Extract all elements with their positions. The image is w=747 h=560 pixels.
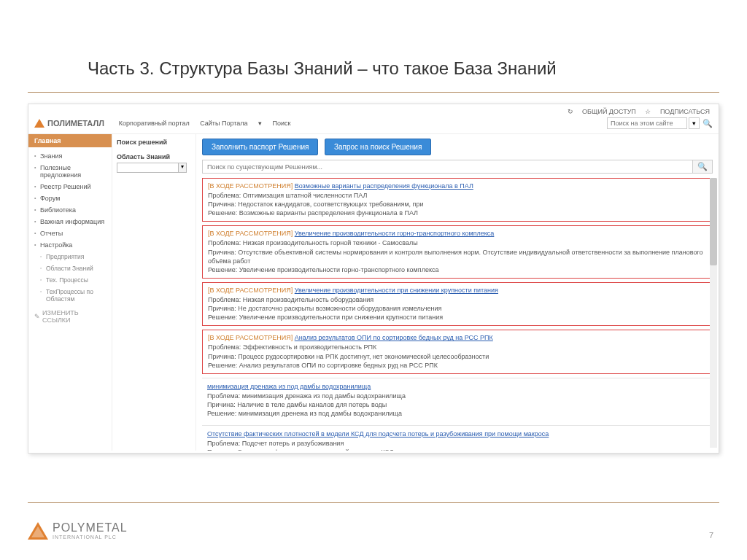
nav-corporate[interactable]: Корпоративный портал <box>119 120 190 127</box>
solution-card: Отсутствие фактических плотностей в моде… <box>202 425 713 451</box>
footer-logo: POLYMETAL INTERNATIONAL PLC <box>28 521 128 540</box>
sidebar-sub-techproc-areas[interactable]: ТехПроцессы по Областям <box>34 286 112 305</box>
filter-header: Поиск решений <box>117 139 191 149</box>
card-title-link[interactable]: Увеличение производительности при снижен… <box>295 287 498 294</box>
logo-text: ПОЛИМЕТАЛЛ <box>47 119 104 128</box>
solution-card: [В ХОДЕ РАССМОТРЕНИЯ] Анализ результатов… <box>202 330 713 373</box>
nav-sites[interactable]: Сайты Портала ▾ <box>200 120 262 127</box>
sidebar-item-reports[interactable]: Отчеты <box>34 228 112 239</box>
filter-panel: Поиск решений Область Знаний ▾ <box>112 134 196 451</box>
top-links: ↻ ОБЩИЙ ДОСТУП ☆ ПОДПИСАТЬСЯ <box>560 108 710 115</box>
action-buttons: Заполнить паспорт Решения Запрос на поис… <box>202 139 713 155</box>
solutions-search-input[interactable] <box>202 160 693 174</box>
refresh-icon[interactable]: ↻ <box>568 108 573 115</box>
sidebar: Главная Знания Полезные предложения Реес… <box>28 134 112 451</box>
sidebar-item-library[interactable]: Библиотека <box>34 204 112 216</box>
app-screenshot: ↻ ОБЩИЙ ДОСТУП ☆ ПОДПИСАТЬСЯ ПОЛИМЕТАЛЛ … <box>28 104 719 454</box>
sidebar-item-home[interactable]: Главная <box>28 134 112 147</box>
edit-links-button[interactable]: ✎ ИЗМЕНИТЬ ССЫЛКИ <box>28 305 112 328</box>
filter-area-dropdown[interactable]: ▾ <box>179 163 187 173</box>
solution-card: минимизация дренажа из под дамбы водохра… <box>202 378 713 421</box>
header-search: ▾ 🔍 <box>607 117 713 129</box>
solution-card: [В ХОДЕ РАССМОТРЕНИЯ] Увеличение произво… <box>202 225 713 279</box>
solution-card: [В ХОДЕ РАССМОТРЕНИЯ] Увеличение произво… <box>202 282 713 326</box>
filter-area-label: Область Знаний <box>117 149 191 163</box>
card-title-link[interactable]: Отсутствие фактических плотностей в моде… <box>207 430 549 438</box>
scrollbar[interactable] <box>710 178 717 448</box>
sidebar-item-knowledge[interactable]: Знания <box>34 150 112 162</box>
card-title-link[interactable]: минимизация дренажа из под дамбы водохра… <box>207 383 371 390</box>
footer-triangle-icon <box>28 522 48 540</box>
sidebar-item-suggestions[interactable]: Полезные предложения <box>34 162 112 181</box>
sidebar-item-forum[interactable]: Форум <box>34 192 112 204</box>
footer-divider <box>28 502 719 503</box>
sidebar-sub-techproc[interactable]: Тех. Процессы <box>34 274 112 286</box>
card-status: [В ХОДЕ РАССМОТРЕНИЯ] <box>208 334 293 341</box>
solutions-search-button[interactable]: 🔍 <box>693 160 713 174</box>
card-title-link[interactable]: Возможные варианты распределения функцио… <box>295 182 473 190</box>
card-status: [В ХОДЕ РАССМОТРЕНИЯ] <box>208 182 293 190</box>
sidebar-sub-enterprises[interactable]: Предприятия <box>34 251 112 262</box>
slide-footer: POLYMETAL INTERNATIONAL PLC 7 <box>28 521 719 540</box>
star-icon[interactable]: ☆ <box>645 108 651 115</box>
footer-logo-text: POLYMETAL <box>53 521 128 534</box>
header-nav: Корпоративный портал Сайты Портала ▾ Пои… <box>119 120 300 127</box>
card-title-link[interactable]: Анализ результатов ОПИ по сортировке бед… <box>295 334 493 341</box>
nav-search[interactable]: Поиск <box>273 120 291 127</box>
footer-logo-subtext: INTERNATIONAL PLC <box>53 534 128 540</box>
fill-passport-button[interactable]: Заполнить паспорт Решения <box>202 139 318 155</box>
sidebar-item-settings[interactable]: Настройка <box>34 239 112 251</box>
card-status: [В ХОДЕ РАССМОТРЕНИЯ] <box>208 230 293 237</box>
title-underline <box>0 92 747 93</box>
pencil-icon: ✎ <box>34 313 40 320</box>
card-title-link[interactable]: Увеличение производительности горно-тран… <box>295 230 495 237</box>
scrollbar-thumb[interactable] <box>710 178 717 265</box>
share-link[interactable]: ОБЩИЙ ДОСТУП <box>582 108 636 115</box>
site-search-input[interactable] <box>607 117 687 129</box>
filter-area-input[interactable] <box>117 163 179 173</box>
search-request-button[interactable]: Запрос на поиск Решения <box>325 139 431 155</box>
slide-title: Часть 3. Структура Базы Знаний – что так… <box>0 0 747 92</box>
main-content: Заполнить паспорт Решения Запрос на поис… <box>196 134 719 451</box>
card-status: [В ХОДЕ РАССМОТРЕНИЯ] <box>208 287 293 294</box>
page-number: 7 <box>709 531 719 540</box>
app-logo: ПОЛИМЕТАЛЛ <box>34 119 104 128</box>
sidebar-item-important[interactable]: Важная информация <box>34 216 112 228</box>
sidebar-sub-areas[interactable]: Области Знаний <box>34 262 112 274</box>
search-scope-dropdown[interactable]: ▾ <box>689 117 700 129</box>
search-submit-icon[interactable]: 🔍 <box>703 119 713 128</box>
solution-card: [В ХОДЕ РАССМОТРЕНИЯ] Возможные варианты… <box>202 178 713 222</box>
logo-triangle-icon <box>34 119 44 128</box>
sidebar-item-registry[interactable]: Реестр Решений <box>34 181 112 192</box>
subscribe-link[interactable]: ПОДПИСАТЬСЯ <box>660 108 710 115</box>
